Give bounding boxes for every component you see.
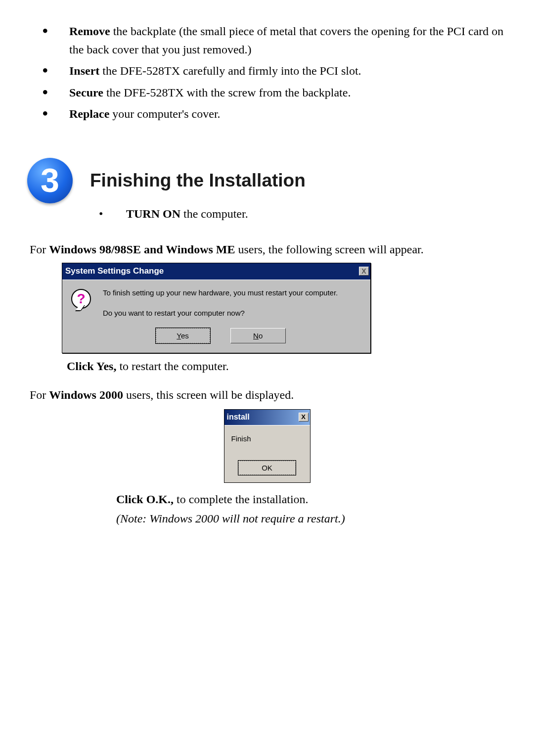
close-icon[interactable]: X bbox=[359, 267, 369, 276]
dialog-line: To finish setting up your new hardware, … bbox=[103, 287, 338, 298]
step-text: your computer's cover. bbox=[109, 107, 220, 120]
win2000-intro-text: For Windows 2000 users, this screen will… bbox=[27, 386, 507, 404]
dialog-message: Finish bbox=[228, 433, 306, 444]
list-item: Insert the DFE-528TX carefully and firml… bbox=[42, 62, 507, 80]
step-verb: Remove bbox=[69, 25, 110, 38]
list-item: Replace your computer's cover. bbox=[42, 105, 507, 123]
ok-button[interactable]: OK bbox=[238, 460, 296, 475]
section-title: Finishing the Installation bbox=[90, 166, 306, 194]
dialog-title: install bbox=[227, 411, 250, 424]
dialog-text: To finish setting up your new hardware, … bbox=[103, 287, 338, 344]
list-item: Remove the backplate (the small piece of… bbox=[42, 22, 507, 59]
section-header: 3 Finishing the Installation bbox=[27, 158, 507, 203]
step-verb: Secure bbox=[69, 86, 103, 99]
step-verb: Insert bbox=[69, 64, 99, 77]
dialog-line: Do you want to restart your computer now… bbox=[103, 307, 338, 319]
dialog-button-row: Yes No bbox=[103, 328, 338, 344]
list-item: TURN ON the computer. bbox=[99, 205, 507, 223]
dialog-title: System Settings Change bbox=[65, 265, 164, 278]
step-text: the backplate (the small piece of metal … bbox=[69, 25, 503, 56]
restart-note: (Note: Windows 2000 will not require a r… bbox=[116, 510, 507, 528]
step-verb: Replace bbox=[69, 107, 109, 120]
dialog-titlebar: System Settings Change X bbox=[62, 263, 370, 279]
install-dialog: install X Finish OK bbox=[224, 409, 311, 483]
step-number-badge: 3 bbox=[27, 158, 73, 203]
click-yes-instruction: Click Yes, to restart the computer. bbox=[67, 357, 507, 376]
list-item: Secure the DFE-528TX with the screw from… bbox=[42, 84, 507, 102]
step-text: the computer. bbox=[180, 207, 248, 220]
no-button[interactable]: No bbox=[230, 328, 286, 343]
dialog-body: Finish OK bbox=[224, 425, 310, 483]
system-settings-dialog: System Settings Change X ? To finish set… bbox=[62, 263, 371, 353]
dialog-body: ? To finish setting up your new hardware… bbox=[62, 280, 370, 353]
question-icon: ? bbox=[71, 289, 92, 310]
win98-intro-text: For Windows 98/98SE and Windows ME users… bbox=[27, 240, 507, 259]
yes-button[interactable]: Yes bbox=[155, 328, 211, 344]
dialog-titlebar: install X bbox=[224, 410, 310, 425]
step-text: the DFE-528TX carefully and firmly into … bbox=[99, 64, 361, 77]
close-icon[interactable]: X bbox=[299, 413, 309, 422]
step-verb: TURN ON bbox=[126, 207, 180, 220]
click-ok-instruction: Click O.K., to complete the installation… bbox=[116, 490, 507, 509]
step-text: the DFE-528TX with the screw from the ba… bbox=[103, 86, 351, 99]
hardware-steps-list: Remove the backplate (the small piece of… bbox=[27, 22, 507, 123]
sub-steps-list: TURN ON the computer. bbox=[27, 205, 507, 223]
